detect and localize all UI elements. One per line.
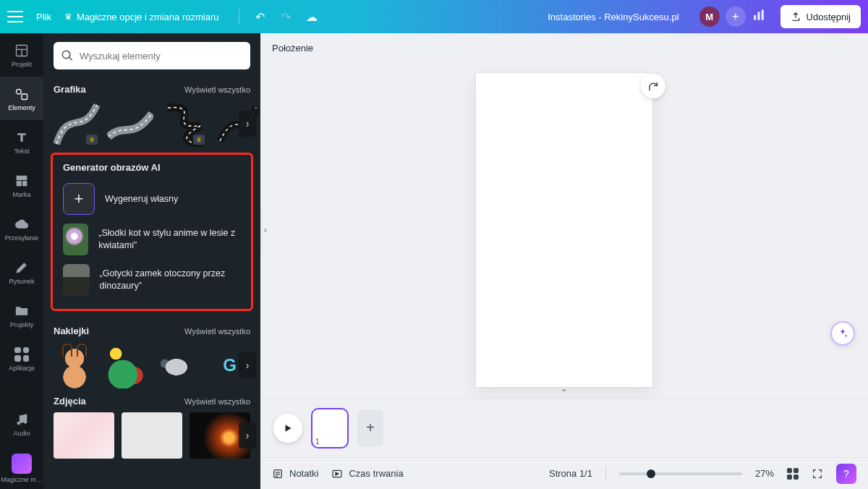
svg-point-11 — [24, 420, 26, 422]
search-input[interactable] — [80, 51, 243, 61]
notes-icon — [272, 468, 284, 480]
editor-stage[interactable]: ‹ ⌄ — [260, 62, 868, 398]
canvas-area: Położenie ‹ ⌄ 1 + Notatki Czas trwania S… — [260, 33, 868, 489]
zdjecia-strip: › — [43, 412, 260, 459]
folder-icon — [14, 303, 30, 319]
notes-label: Notatki — [289, 468, 318, 479]
ai-suggestion-1[interactable]: „Słodki kot w stylu anime w lesie z kwia… — [57, 219, 247, 260]
add-page-button[interactable]: + — [357, 409, 383, 447]
redo-icon[interactable]: ↷ — [277, 10, 294, 24]
photo-2[interactable] — [122, 412, 182, 459]
play-button[interactable] — [273, 414, 302, 443]
duration-button[interactable]: Czas trwania — [331, 468, 403, 480]
add-collaborator-button[interactable]: + — [726, 7, 746, 27]
clock-icon — [331, 468, 343, 480]
analytics-icon[interactable] — [750, 9, 767, 25]
svg-rect-1 — [757, 12, 760, 20]
sticker-landscape[interactable] — [102, 342, 148, 388]
ai-preview-2 — [63, 264, 90, 296]
rail-audio-label: Audio — [13, 430, 30, 437]
rail-magiczne[interactable]: Magiczne m… — [0, 446, 43, 489]
magic-media-icon — [12, 454, 32, 474]
zoom-value[interactable]: 27% — [755, 468, 774, 479]
regenerate-button[interactable] — [641, 74, 665, 98]
photo-1[interactable] — [54, 412, 114, 459]
premium-crown-icon: ♛ — [86, 135, 98, 145]
scroll-right-button[interactable]: › — [239, 111, 256, 137]
expand-pagestrip-icon[interactable]: ⌄ — [561, 383, 568, 394]
sticker-bird[interactable] — [156, 342, 202, 388]
notes-button[interactable]: Notatki — [272, 468, 318, 480]
section-zdjecia-all[interactable]: Wyświetl wszystko — [184, 397, 250, 406]
search-input-wrap[interactable] — [54, 42, 250, 69]
rail-audio[interactable]: Audio — [0, 402, 43, 446]
section-grafika-all[interactable]: Wyświetl wszystko — [184, 85, 250, 94]
ai-generator-section: Generator obrazów AI + Wygeneruj własny … — [51, 153, 253, 311]
play-icon — [283, 423, 293, 433]
file-menu[interactable]: Plik — [36, 12, 51, 22]
canvas-page[interactable] — [476, 73, 652, 387]
page-thumbnail-1[interactable]: 1 — [312, 409, 347, 447]
zoom-knob[interactable] — [647, 469, 655, 478]
sticker-deer[interactable] — [54, 342, 95, 388]
rail-marka[interactable]: Marka — [0, 163, 43, 207]
svg-point-6 — [17, 89, 22, 94]
magic-assistant-button[interactable] — [830, 321, 855, 346]
section-zdjecia-title: Zdjęcia — [54, 396, 86, 407]
rail-elementy-label: Elementy — [8, 104, 35, 111]
cloud-sync-icon[interactable]: ☁ — [303, 10, 320, 24]
rail-aplikacje[interactable]: Aplikacje — [0, 337, 43, 380]
rail-projekt[interactable]: Projekt — [0, 33, 43, 77]
help-button[interactable]: ? — [836, 464, 856, 484]
fullscreen-icon[interactable] — [812, 468, 823, 480]
graphic-road-1[interactable]: ♛ — [54, 101, 100, 147]
undo-icon[interactable]: ↶ — [251, 10, 268, 24]
divider — [239, 9, 239, 25]
rail-magiczne-label: Magiczne m… — [1, 476, 43, 483]
rail-tekst-label: Tekst — [14, 148, 29, 155]
context-toolbar: Położenie — [260, 33, 868, 62]
collapse-panel-button[interactable]: ‹ — [260, 208, 271, 252]
section-naklejki-all[interactable]: Wyświetl wszystko — [184, 327, 250, 336]
rail-rysunek[interactable]: Rysunek — [0, 250, 43, 294]
top-header: Plik ♛ Magiczne opcje i zmiana rozmiaru … — [0, 0, 868, 33]
refresh-icon — [647, 80, 659, 92]
ai-generate-own[interactable]: + Wygeneruj własny — [57, 179, 247, 219]
section-grafika-title: Grafika — [54, 84, 86, 95]
ai-suggestion-2-label: „Gotycki zamek otoczony przez dinozaury” — [100, 268, 241, 292]
rail-projekt-label: Projekt — [12, 61, 32, 68]
upload-icon — [791, 12, 801, 22]
section-ai-header: Generator obrazów AI — [57, 161, 247, 179]
rail-projekty-label: Projekty — [10, 321, 34, 328]
svg-rect-2 — [761, 10, 763, 20]
user-avatar[interactable]: M — [699, 7, 720, 27]
crown-icon: ♛ — [64, 12, 72, 22]
zoom-slider[interactable] — [619, 472, 742, 475]
section-naklejki-header: Naklejki Wyświetl wszystko — [43, 318, 260, 342]
rail-przesylanie[interactable]: Przesyłanie — [0, 207, 43, 250]
section-grafika-header: Grafika Wyświetl wszystko — [43, 77, 260, 101]
rail-tekst[interactable]: Tekst — [0, 120, 43, 163]
ai-suggestion-2[interactable]: „Gotycki zamek otoczony przez dinozaury” — [57, 260, 247, 300]
document-title[interactable]: Instastories - RekinySukcesu.pl — [548, 12, 678, 22]
rail-elementy[interactable]: Elementy — [0, 77, 43, 120]
share-button[interactable]: Udostępnij — [780, 5, 861, 28]
menu-icon[interactable] — [7, 11, 23, 22]
pencil-icon — [14, 260, 30, 276]
apps-icon — [14, 346, 30, 362]
rail-projekty[interactable]: Projekty — [0, 294, 43, 337]
grid-view-icon[interactable] — [787, 468, 799, 480]
graphic-road-2[interactable] — [107, 101, 153, 147]
magic-resize-menu[interactable]: ♛ Magiczne opcje i zmiana rozmiaru — [64, 12, 219, 22]
position-button[interactable]: Położenie — [272, 43, 313, 54]
ai-preview-1 — [63, 224, 88, 255]
scroll-right-button[interactable]: › — [239, 422, 256, 448]
grafika-strip: ♛ ♛ › — [43, 101, 260, 147]
scroll-right-button[interactable]: › — [239, 352, 256, 378]
rail-aplikacje-label: Aplikacje — [9, 365, 35, 372]
graphic-road-3[interactable]: ♛ — [161, 101, 207, 147]
section-ai-title: Generator obrazów AI — [63, 162, 161, 173]
svg-point-10 — [17, 422, 20, 424]
page-counter[interactable]: Strona 1/1 — [549, 468, 592, 479]
rail-marka-label: Marka — [12, 191, 30, 198]
